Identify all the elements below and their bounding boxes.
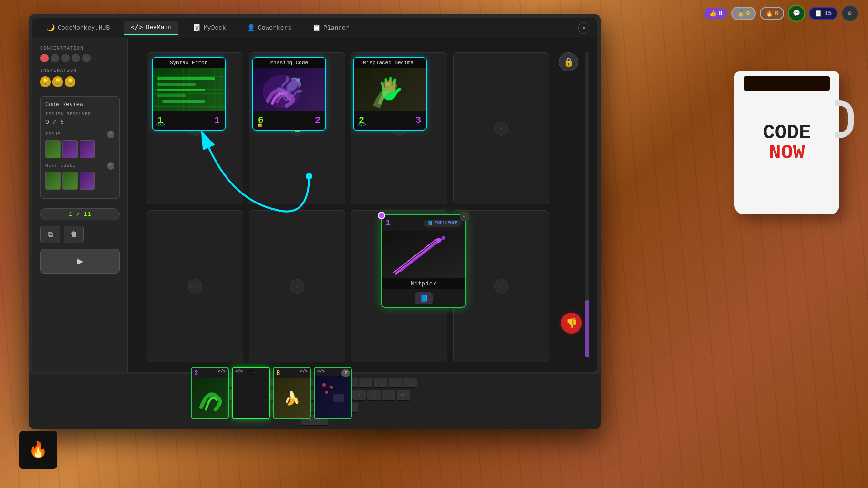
mini-card-green-1 bbox=[45, 140, 61, 158]
hearts-button[interactable]: 👍 8 bbox=[704, 8, 727, 19]
play-button[interactable]: ▶ bbox=[40, 249, 120, 274]
thumbs-down-icon: 👎 bbox=[566, 317, 578, 329]
floating-card-cost: 1 bbox=[385, 218, 391, 228]
missing-code-type: 🔒 bbox=[257, 122, 263, 128]
dot-5 bbox=[82, 54, 91, 62]
card-syntax-error[interactable]: Syntax Error 1 1 bbox=[152, 57, 226, 131]
mug-handle bbox=[835, 100, 854, 138]
sidebar: CONCENTRATION INSPIRATION 💡 💡 💡 Code Rev… bbox=[32, 38, 128, 372]
hand-card-ptr-image bbox=[233, 376, 269, 418]
mini-card-purple-1 bbox=[62, 140, 78, 158]
tab-coworkers-label: Coworkers bbox=[258, 24, 291, 31]
missing-code-image bbox=[253, 68, 325, 111]
floating-card-tag: 📘 INFLUENCE bbox=[424, 220, 462, 227]
hand-card-3-image: 🍌 bbox=[274, 378, 310, 418]
dot-3 bbox=[61, 54, 70, 62]
next-mini-card-green-2 bbox=[62, 172, 78, 190]
concentration-label: CONCENTRATION bbox=[40, 46, 120, 51]
tab-coworkers[interactable]: 👤 Coworkers bbox=[240, 21, 298, 35]
laptop-keyboard: esc 1 2 3 4 Q W E R T Y P r bbox=[29, 374, 601, 429]
floating-card-header: 1 📘 INFLUENCE bbox=[382, 215, 465, 231]
chat-button[interactable]: 💬 bbox=[788, 5, 805, 22]
delete-button[interactable]: 🗑 bbox=[64, 226, 84, 243]
dot-4 bbox=[72, 54, 80, 62]
next-issue-label: NEXT ISSUE 4 bbox=[45, 162, 114, 170]
hand-card-1-type: </> bbox=[218, 369, 226, 377]
key-f10 bbox=[374, 378, 387, 388]
svg-rect-19 bbox=[334, 395, 343, 401]
hand-card-ptr-type: </> bbox=[235, 369, 243, 374]
scroll-thumb[interactable] bbox=[585, 300, 589, 357]
svg-line-10 bbox=[396, 240, 439, 274]
hand-card-3-type: </> bbox=[300, 369, 308, 377]
issues-count: 0 / 5 bbox=[45, 119, 114, 126]
svg-rect-2 bbox=[157, 89, 205, 92]
svg-line-12 bbox=[393, 239, 436, 273]
key-brack bbox=[382, 390, 395, 401]
deck-icon: 🃏 bbox=[193, 24, 201, 32]
fire-brand-icon: 🔥 bbox=[29, 440, 48, 459]
title-bar: 🌙 CodeMonkey.HUB </> DevMain 🃏 MyDeck 👤 … bbox=[32, 18, 597, 38]
copy-button[interactable]: ⧉ bbox=[40, 226, 60, 243]
hand-card-1[interactable]: 2 </> bbox=[191, 367, 229, 419]
hud: 👍 8 🏅 0 🔥 6 💬 📋 15 ⚙ bbox=[704, 5, 858, 22]
hand-card-4-type: </> bbox=[317, 369, 325, 374]
next-issue-text: NEXT ISSUE bbox=[45, 163, 76, 168]
coins-button[interactable]: 🏅 0 bbox=[731, 7, 756, 20]
hand-card-3[interactable]: 8 </> 🍌 bbox=[273, 367, 311, 419]
inspiration-bulbs: 💡 💡 💡 bbox=[40, 76, 120, 87]
card-settings-icon: ⚙ bbox=[460, 212, 469, 221]
misplaced-decimal-type: </> bbox=[358, 122, 366, 128]
laptop-screen: 🌙 CodeMonkey.HUB </> DevMain 🃏 MyDeck 👤 … bbox=[32, 18, 597, 372]
tasks-button[interactable]: 📋 15 bbox=[809, 7, 837, 20]
lock-icon: 🔒 bbox=[563, 57, 574, 67]
slot-1-1: ⚡ bbox=[249, 210, 345, 362]
fire-button[interactable]: 🔥 6 bbox=[760, 7, 785, 20]
hand-card-3-value: 8 bbox=[276, 369, 280, 377]
bulb-1: 💡 bbox=[40, 76, 51, 87]
hand-card-3-top: 8 </> bbox=[274, 368, 310, 378]
tasks-count: 15 bbox=[824, 10, 832, 17]
hand-card-pointer[interactable]: ☝️ </> bbox=[232, 367, 270, 419]
missing-code-title: Missing Code bbox=[253, 58, 325, 68]
tab-planner-label: Planner bbox=[323, 24, 350, 31]
concentration-dots bbox=[40, 54, 120, 62]
coin-icon: 🏅 bbox=[737, 10, 744, 17]
mug-text-now: NOW bbox=[769, 143, 805, 163]
laptop: 🌙 CodeMonkey.HUB </> DevMain 🃏 MyDeck 👤 … bbox=[29, 14, 601, 429]
settings-button[interactable]: ⚙ bbox=[841, 5, 858, 22]
svg-point-6 bbox=[382, 80, 397, 92]
card-misplaced-decimal[interactable]: Misplaced Decimal 2 3 bbox=[353, 57, 427, 131]
hand-card-1-top: 2 </> bbox=[192, 368, 228, 378]
misplaced-decimal-value-purple: 3 bbox=[415, 115, 421, 126]
tab-mydeck[interactable]: 🃏 MyDeck bbox=[186, 21, 233, 35]
fire-icon: 🔥 bbox=[765, 10, 773, 17]
gear-icon: ⚙ bbox=[848, 10, 852, 17]
thumbs-down-button[interactable]: 👎 bbox=[561, 313, 582, 334]
code-review-title: Code Review bbox=[45, 102, 114, 108]
close-button[interactable]: ✕ bbox=[578, 22, 589, 34]
tab-codemonkey[interactable]: 🌙 CodeMonkey.HUB bbox=[40, 21, 116, 35]
dot-2 bbox=[51, 54, 59, 62]
fire-count: 6 bbox=[775, 10, 779, 17]
floating-nitpick-card[interactable]: ⚙ 1 📘 INFLUENCE bbox=[381, 214, 466, 308]
svg-line-11 bbox=[401, 238, 444, 271]
card-missing-code[interactable]: Missing Code 6 2 bbox=[252, 57, 326, 131]
chat-icon: 💬 bbox=[793, 10, 800, 17]
issues-resolved-label: ISSUES RESOLVED bbox=[45, 112, 114, 117]
main-content: CONCENTRATION INSPIRATION 💡 💡 💡 Code Rev… bbox=[32, 38, 597, 372]
scroll-track[interactable] bbox=[585, 52, 589, 357]
next-mini-card-purple-1 bbox=[80, 172, 95, 190]
hand-card-4[interactable]: 2 </> bbox=[314, 367, 352, 419]
lock-button[interactable]: 🔒 bbox=[559, 52, 578, 71]
sidebar-buttons: ⧉ 🗑 bbox=[40, 226, 120, 243]
hand-cards: 2 </> ☝️ </> bbox=[191, 367, 352, 419]
slot-3-1: ⚡ bbox=[453, 210, 549, 362]
tab-planner[interactable]: 📋 Planner bbox=[306, 21, 356, 35]
card-area: </> 🔒 </> ⚡ </> ⚡ 🔒 ⚡ Syntax Error bbox=[147, 52, 549, 362]
coins-count: 0 bbox=[746, 10, 750, 17]
tab-devmain[interactable]: </> DevMain bbox=[124, 21, 178, 35]
issue-text: ISSUE bbox=[45, 132, 61, 137]
syntax-error-type: </> bbox=[156, 122, 165, 128]
tab-mydeck-label: MyDeck bbox=[204, 24, 226, 31]
